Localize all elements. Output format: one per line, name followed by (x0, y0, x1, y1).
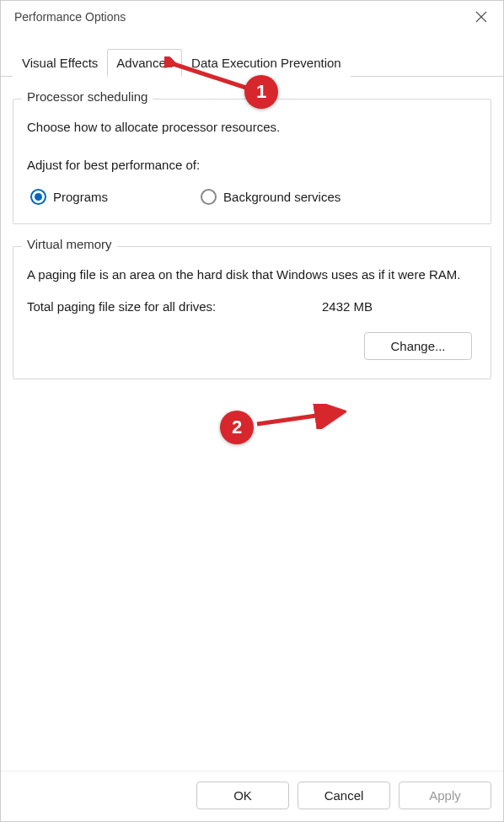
radio-icon (30, 189, 46, 205)
vm-total-row: Total paging file size for all drives: 2… (27, 299, 477, 314)
tab-visual-effects[interactable]: Visual Effects (13, 49, 107, 77)
annotation-badge-2: 2 (220, 411, 254, 444)
tab-dep[interactable]: Data Execution Prevention (182, 49, 351, 77)
radio-group: Programs Background services (27, 189, 477, 205)
processor-description: Choose how to allocate processor resourc… (27, 120, 477, 134)
radio-programs-label: Programs (53, 190, 108, 204)
titlebar: Performance Options (1, 1, 503, 33)
adjust-label: Adjust for best performance of: (27, 158, 477, 172)
radio-programs[interactable]: Programs (30, 189, 108, 205)
processor-group-title: Processor scheduling (22, 89, 153, 104)
tab-advanced[interactable]: Advanced (107, 49, 182, 77)
annotation-badge-1: 1 (244, 75, 278, 109)
annotation-badge-2-text: 2 (232, 416, 242, 438)
performance-options-dialog: Performance Options Visual Effects Advan… (0, 0, 504, 822)
change-button[interactable]: Change... (364, 332, 472, 360)
radio-icon (201, 189, 217, 205)
radio-background-label: Background services (223, 190, 340, 204)
apply-button[interactable]: Apply (399, 782, 491, 809)
processor-scheduling-group: Processor scheduling Choose how to alloc… (13, 99, 491, 224)
change-row: Change... (27, 332, 477, 360)
annotation-badge-1-text: 1 (256, 81, 266, 103)
dialog-footer: OK Cancel Apply (1, 771, 503, 821)
ok-button[interactable]: OK (196, 782, 289, 809)
vm-total-label: Total paging file size for all drives: (27, 299, 322, 314)
close-icon (475, 11, 487, 23)
tab-strip: Visual Effects Advanced Data Execution P… (1, 48, 503, 77)
window-title: Performance Options (14, 10, 126, 24)
cancel-button[interactable]: Cancel (298, 782, 390, 809)
radio-background-services[interactable]: Background services (201, 189, 340, 205)
virtual-memory-group: Virtual memory A paging file is an area … (13, 246, 491, 379)
vm-group-title: Virtual memory (22, 237, 117, 251)
vm-description: A paging file is an area on the hard dis… (27, 266, 477, 284)
vm-total-value: 2432 MB (322, 299, 373, 314)
close-button[interactable] (469, 5, 493, 29)
